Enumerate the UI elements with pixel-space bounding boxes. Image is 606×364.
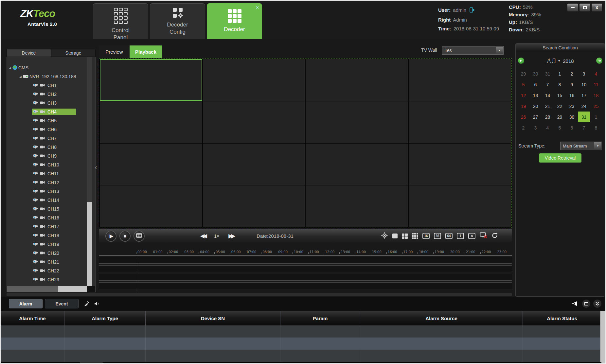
- alarm-table-hscrollbar[interactable]: [1, 362, 601, 364]
- tree-item-nvr[interactable]: ◢ NVR_192.168.130.188: [7, 72, 95, 81]
- calendar-day[interactable]: 4: [542, 122, 554, 133]
- play-button[interactable]: ▶: [105, 231, 116, 242]
- layout-64-button[interactable]: 64: [445, 233, 453, 239]
- video-cell-15[interactable]: [306, 185, 408, 227]
- calendar-day[interactable]: 20: [529, 101, 542, 112]
- calendar-next-icon[interactable]: [596, 58, 602, 64]
- calendar-day[interactable]: 10: [578, 79, 590, 90]
- tree-item-ch1[interactable]: CH1: [7, 81, 95, 90]
- layout-4-icon[interactable]: [402, 234, 408, 239]
- page-1-button[interactable]: 1: [457, 233, 464, 239]
- timeline-ruler[interactable]: 00:0001:0002:0003:0004:0005:0006:0007:00…: [99, 245, 512, 256]
- calendar-day[interactable]: 4: [590, 68, 602, 79]
- calendar-day[interactable]: 2: [517, 122, 529, 133]
- tree-item-ch15[interactable]: CH15: [7, 204, 95, 213]
- tree-item-ch8[interactable]: CH8: [7, 143, 95, 151]
- calendar-day[interactable]: 29: [554, 112, 566, 122]
- video-cell-7[interactable]: [306, 101, 408, 143]
- calendar-day[interactable]: 1: [590, 112, 602, 122]
- restore-panel-button[interactable]: [582, 300, 590, 308]
- alarm-col-alarm-type[interactable]: Alarm Type: [64, 311, 146, 325]
- alarm-col-alarm-source[interactable]: Alarm Source: [360, 311, 523, 325]
- stop-decode-icon[interactable]: [480, 232, 487, 240]
- video-cell-6[interactable]: [203, 101, 305, 143]
- calendar-day[interactable]: 1: [554, 68, 566, 79]
- video-cell-1[interactable]: [100, 59, 202, 101]
- calendar-day[interactable]: 6: [566, 122, 578, 133]
- tab-preview[interactable]: Preview: [99, 45, 130, 58]
- calendar-day[interactable]: 30: [566, 112, 578, 122]
- ptz-pad-icon[interactable]: [381, 232, 388, 240]
- tree-item-ch10[interactable]: CH10: [7, 160, 95, 169]
- video-cell-5[interactable]: [100, 101, 202, 143]
- scrollbar-thumb[interactable]: [7, 286, 58, 292]
- video-cell-12[interactable]: [409, 144, 511, 185]
- calendar-day[interactable]: 6: [529, 79, 542, 90]
- calendar-day[interactable]: 5: [554, 122, 566, 133]
- calendar-day[interactable]: 8: [554, 79, 566, 90]
- close-icon[interactable]: ×: [256, 5, 259, 10]
- timeline-track[interactable]: [99, 274, 512, 281]
- calendar-day[interactable]: 5: [517, 79, 529, 90]
- calendar-day[interactable]: 3: [578, 68, 590, 79]
- pin-icon[interactable]: [571, 301, 579, 306]
- video-cell-2[interactable]: [203, 59, 305, 101]
- layout-1-icon[interactable]: [392, 234, 398, 238]
- close-button[interactable]: X: [591, 3, 602, 12]
- video-cell-8[interactable]: [409, 101, 511, 143]
- calendar-month[interactable]: 八月: [546, 58, 556, 64]
- video-cell-13[interactable]: [100, 185, 202, 227]
- tab-device[interactable]: Device: [7, 49, 51, 57]
- tab-event[interactable]: Event: [45, 299, 79, 308]
- layout-16-button[interactable]: 16: [422, 233, 430, 239]
- calendar-day[interactable]: 22: [554, 101, 566, 112]
- calendar-day[interactable]: 27: [529, 112, 542, 122]
- month-dropdown-icon[interactable]: ▼: [558, 59, 561, 62]
- tree-item-ch17[interactable]: CH17: [7, 222, 95, 231]
- calendar-day[interactable]: 12: [517, 90, 529, 101]
- calendar-day[interactable]: 7: [542, 79, 554, 90]
- tab-decoder[interactable]: × Decoder: [207, 3, 262, 39]
- tree-item-ch11[interactable]: CH11: [7, 169, 95, 178]
- calendar-day[interactable]: 31: [542, 68, 554, 79]
- video-retrieval-button[interactable]: Video Retrieval: [539, 153, 581, 163]
- calendar-day[interactable]: 3: [529, 122, 542, 133]
- calendar-year[interactable]: 2018: [563, 58, 574, 64]
- video-cell-10[interactable]: [203, 144, 305, 185]
- tree-vertical-scrollbar[interactable]: [87, 57, 92, 292]
- calendar-day[interactable]: 14: [542, 90, 554, 101]
- tree-item-ch19[interactable]: CH19: [7, 240, 95, 249]
- calendar-day[interactable]: 31: [578, 112, 590, 122]
- tab-storage[interactable]: Storage: [51, 49, 96, 57]
- video-cell-4[interactable]: [409, 59, 511, 101]
- calendar-day[interactable]: 21: [542, 101, 554, 112]
- tree-item-ch13[interactable]: CH13: [7, 187, 95, 196]
- alarm-col-param[interactable]: Param: [280, 311, 360, 325]
- close-all-button[interactable]: ✕: [468, 233, 475, 239]
- maximize-button[interactable]: [579, 3, 590, 12]
- tab-control-panel[interactable]: ControlPanel: [93, 3, 148, 39]
- calendar-day[interactable]: 11: [590, 79, 602, 90]
- alarm-col-alarm-time[interactable]: Alarm Time: [1, 311, 64, 325]
- tab-playback[interactable]: Playback: [130, 45, 162, 58]
- calendar-day[interactable]: 25: [590, 101, 602, 112]
- calendar-day[interactable]: 29: [517, 68, 529, 79]
- calendar-day[interactable]: 23: [566, 101, 578, 112]
- collapse-panel-button[interactable]: [593, 300, 601, 308]
- minimize-button[interactable]: [567, 3, 578, 12]
- tree-item-ch4[interactable]: CH4: [7, 107, 95, 116]
- tree-item-ch14[interactable]: CH14: [7, 196, 95, 204]
- logout-icon[interactable]: [469, 7, 475, 14]
- tree-item-ch9[interactable]: CH9: [7, 151, 95, 160]
- tree-item-ch22[interactable]: CH22: [7, 266, 95, 275]
- calendar-prev-icon[interactable]: [518, 58, 524, 64]
- calendar-day[interactable]: 19: [517, 101, 529, 112]
- calendar-day[interactable]: 28: [542, 112, 554, 122]
- timeline-track[interactable]: [99, 265, 512, 272]
- alarm-col-device-sn[interactable]: Device SN: [146, 311, 280, 325]
- video-cell-3[interactable]: [306, 59, 408, 101]
- calendar-day[interactable]: 9: [566, 79, 578, 90]
- tree-item-ch12[interactable]: CH12: [7, 178, 95, 187]
- tree-item-ch16[interactable]: CH16: [7, 213, 95, 222]
- fast-forward-button[interactable]: ▶▶: [228, 233, 234, 239]
